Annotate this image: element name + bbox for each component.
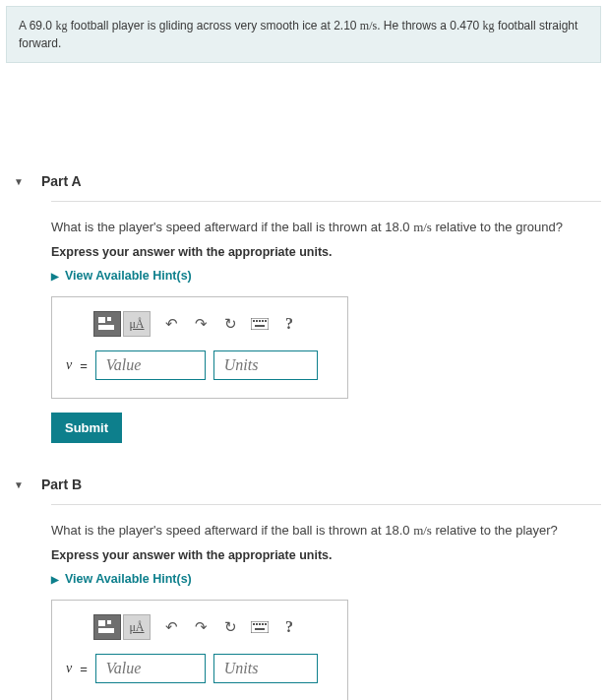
unit-kg: kg bbox=[55, 19, 67, 32]
submit-button[interactable]: Submit bbox=[51, 413, 122, 443]
collapse-caret-icon[interactable]: ▼ bbox=[14, 176, 24, 187]
instruction-text: Express your answer with the appropriate… bbox=[51, 245, 601, 259]
hints-label: View Available Hint(s) bbox=[65, 269, 192, 283]
hints-label: View Available Hint(s) bbox=[65, 572, 192, 586]
problem-statement: A 69.0 kg football player is gliding acr… bbox=[6, 6, 601, 63]
problem-text: A 69.0 bbox=[19, 19, 55, 32]
svg-rect-5 bbox=[256, 320, 258, 322]
svg-rect-12 bbox=[98, 628, 114, 633]
svg-rect-11 bbox=[107, 620, 111, 624]
answer-box: μÅ ↶ ↷ ↻ ? v = bbox=[51, 600, 348, 700]
svg-rect-15 bbox=[256, 623, 258, 625]
view-hints-link[interactable]: ▶ View Available Hint(s) bbox=[51, 572, 601, 586]
equals-sign: = bbox=[80, 358, 88, 373]
part-header: ▼ Part B bbox=[6, 465, 601, 504]
symbols-button[interactable]: μÅ bbox=[123, 311, 151, 337]
templates-button[interactable] bbox=[93, 311, 121, 337]
triangle-right-icon: ▶ bbox=[51, 574, 59, 585]
svg-rect-6 bbox=[259, 320, 261, 322]
collapse-caret-icon[interactable]: ▼ bbox=[14, 479, 24, 490]
variable-label: v bbox=[66, 357, 72, 373]
svg-rect-16 bbox=[259, 623, 261, 625]
keyboard-icon[interactable] bbox=[251, 621, 269, 633]
part-a: ▼ Part A What is the player's speed afte… bbox=[6, 161, 601, 465]
help-icon[interactable]: ? bbox=[280, 618, 298, 636]
svg-rect-1 bbox=[107, 317, 111, 321]
part-title: Part A bbox=[41, 173, 82, 189]
units-input[interactable] bbox=[213, 654, 318, 683]
svg-rect-2 bbox=[98, 325, 114, 330]
undo-icon[interactable]: ↶ bbox=[162, 315, 180, 333]
question-text: What is the player's speed afterward if … bbox=[51, 523, 601, 539]
variable-label: v bbox=[66, 661, 72, 676]
toolbar: μÅ ↶ ↷ ↻ ? bbox=[93, 311, 334, 337]
unit-ms: m/s bbox=[360, 19, 377, 32]
problem-text: . He throws a 0.470 bbox=[377, 19, 482, 32]
equals-sign: = bbox=[80, 662, 88, 676]
toolbar: μÅ ↶ ↷ ↻ ? bbox=[93, 614, 334, 640]
templates-button[interactable] bbox=[93, 614, 121, 640]
question-text: What is the player's speed afterward if … bbox=[51, 220, 601, 235]
unit-ms: m/s bbox=[413, 523, 432, 538]
triangle-right-icon: ▶ bbox=[51, 271, 59, 282]
part-body: What is the player's speed afterward if … bbox=[51, 504, 601, 700]
svg-rect-3 bbox=[251, 318, 269, 330]
svg-rect-8 bbox=[265, 320, 267, 322]
unit-kg: kg bbox=[483, 19, 495, 32]
svg-rect-4 bbox=[253, 320, 255, 322]
svg-rect-10 bbox=[98, 620, 105, 626]
svg-rect-0 bbox=[98, 317, 105, 323]
part-title: Part B bbox=[41, 477, 82, 492]
symbols-button[interactable]: μÅ bbox=[123, 614, 151, 640]
redo-icon[interactable]: ↷ bbox=[192, 618, 210, 636]
value-input[interactable] bbox=[95, 654, 206, 683]
svg-rect-13 bbox=[251, 621, 269, 633]
format-button-group: μÅ bbox=[93, 311, 151, 337]
undo-icon[interactable]: ↶ bbox=[162, 618, 180, 636]
help-icon[interactable]: ? bbox=[280, 315, 298, 333]
input-row: v = bbox=[66, 350, 334, 380]
reset-icon[interactable]: ↻ bbox=[221, 618, 239, 636]
part-b: ▼ Part B What is the player's speed afte… bbox=[6, 465, 601, 700]
instruction-text: Express your answer with the appropriate… bbox=[51, 548, 601, 562]
svg-rect-9 bbox=[255, 325, 265, 327]
view-hints-link[interactable]: ▶ View Available Hint(s) bbox=[51, 269, 601, 283]
redo-icon[interactable]: ↷ bbox=[192, 315, 210, 333]
keyboard-icon[interactable] bbox=[251, 318, 269, 330]
svg-rect-17 bbox=[262, 623, 264, 625]
part-body: What is the player's speed afterward if … bbox=[51, 201, 601, 465]
problem-text: football player is gliding across very s… bbox=[67, 19, 359, 32]
unit-ms: m/s bbox=[413, 220, 432, 234]
answer-box: μÅ ↶ ↷ ↻ ? v = bbox=[51, 296, 348, 399]
format-button-group: μÅ bbox=[93, 614, 151, 640]
reset-icon[interactable]: ↻ bbox=[221, 315, 239, 333]
units-input[interactable] bbox=[213, 350, 318, 380]
svg-rect-18 bbox=[265, 623, 267, 625]
svg-rect-14 bbox=[253, 623, 255, 625]
svg-rect-7 bbox=[262, 320, 264, 322]
part-header: ▼ Part A bbox=[6, 161, 601, 201]
input-row: v = bbox=[66, 654, 334, 683]
value-input[interactable] bbox=[95, 350, 206, 380]
svg-rect-19 bbox=[255, 628, 265, 630]
